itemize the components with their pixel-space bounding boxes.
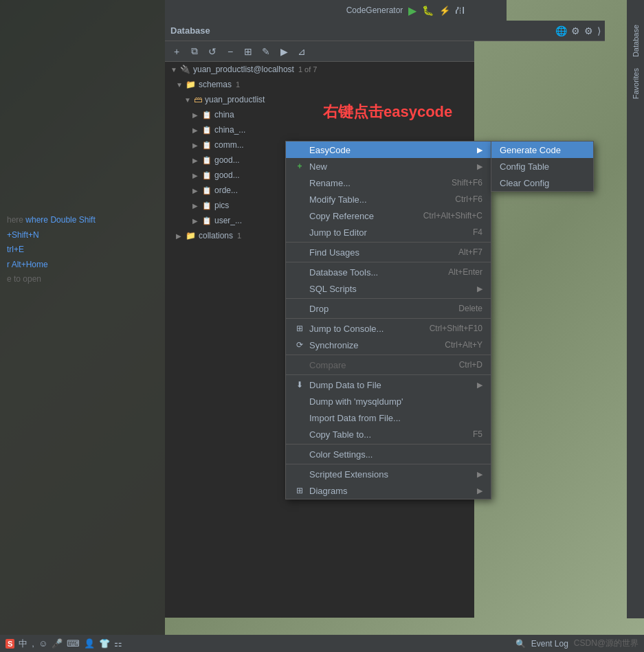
easycode-icon [294, 144, 305, 155]
comma-icon[interactable]: , [32, 638, 34, 649]
console-icon: ⊞ [294, 323, 305, 334]
copy-ref-icon [294, 210, 305, 221]
remove-button[interactable]: − [223, 44, 238, 59]
menu-item-rename[interactable]: Rename... Shift+F6 [286, 175, 491, 191]
db-settings-area: 🌐 ⚙ ⚙ ⟩ [454, 21, 605, 41]
globe-icon[interactable]: 🌐 [555, 25, 567, 36]
separator-4 [286, 318, 491, 319]
config-table-label: Config Table [500, 161, 549, 172]
mysqldump-icon [294, 396, 305, 407]
database-panel-header: Database [165, 21, 474, 41]
separator-8 [286, 464, 491, 464]
clear-config-label: Clear Config [500, 178, 549, 188]
user-icon[interactable]: 👤 [84, 638, 95, 649]
submenu-generate-code[interactable]: Generate Code [491, 142, 593, 158]
debug-button[interactable]: 🐛 [422, 5, 434, 16]
status-right: 🔍 Event Log CSDN@源的世界 [515, 638, 644, 649]
hint-line-3: trl+E [7, 243, 151, 258]
menu-item-easycode[interactable]: EasyCode ▶ [286, 142, 491, 158]
right-panel: Database Favorites [627, 0, 644, 618]
menu-item-compare: Compare Ctrl+D [286, 357, 491, 373]
hint-line-2: +Shift+N [7, 228, 151, 243]
hint-line-1: here where Double Shift [7, 213, 151, 228]
more-settings-icon[interactable]: ⚙ [584, 25, 593, 36]
easycode-submenu: Generate Code Config Table Clear Config [491, 141, 594, 192]
menu-item-db-tools[interactable]: Database Tools... Alt+Enter [286, 264, 491, 280]
sougou-icon: S [5, 639, 14, 649]
menu-item-dump-data[interactable]: ⬇ Dump Data to File ▶ [286, 376, 491, 393]
jump-icon [294, 227, 305, 238]
profile-button[interactable]: ⚡ [439, 5, 450, 16]
hint-line-4: r Alt+Home [7, 258, 151, 273]
new-icon: + [294, 161, 305, 172]
dump-icon: ⬇ [294, 379, 305, 390]
keyboard-icon[interactable]: ⌨ [67, 638, 80, 649]
collapse-icon[interactable]: ⟩ [597, 25, 601, 36]
submenu-config-table[interactable]: Config Table [491, 158, 593, 175]
apps-icon[interactable]: ⚏ [114, 638, 122, 649]
mic-icon[interactable]: 🎤 [52, 638, 63, 649]
sync-icon: ⟳ [294, 339, 305, 350]
search-status-icon: 🔍 [515, 639, 526, 649]
menu-item-jump-editor[interactable]: Jump to Editor F4 [286, 224, 491, 240]
menu-item-scripted-extensions[interactable]: Scripted Extensions ▶ [286, 466, 491, 482]
refresh-button[interactable]: ↺ [205, 44, 220, 59]
menu-item-import-data[interactable]: Import Data from File... [286, 409, 491, 426]
right-tab-favorites[interactable]: Favorites [630, 64, 641, 103]
find-icon [294, 247, 305, 258]
tree-connection[interactable]: ▼ 🔌 yuan_productlist@localhost 1 of 7 [165, 62, 474, 77]
tree-schemas[interactable]: ▼ 📁 schemas 1 [165, 77, 474, 92]
generate-code-label: Generate Code [500, 145, 561, 155]
coverage-button[interactable]: ⛙ [456, 5, 465, 16]
hint-line-5: e to open [7, 272, 151, 287]
tree-table-china2[interactable]: ▶ 📋 china_... [165, 122, 474, 137]
drop-icon [294, 303, 305, 314]
modify-icon [294, 194, 305, 205]
status-left: S 中 , ☺ 🎤 ⌨ 👤 👕 ⚏ [0, 638, 128, 650]
run-config-area: CodeGenerator ▶ 🐛 ⚡ ⛙ [337, 0, 474, 21]
menu-item-color-settings[interactable]: Color Settings... [286, 446, 491, 462]
menu-item-find-usages[interactable]: Find Usages Alt+F7 [286, 244, 491, 260]
copy-table-icon [294, 429, 305, 440]
shirt-icon[interactable]: 👕 [99, 638, 110, 649]
right-tab-database[interactable]: Database [630, 21, 641, 61]
menu-item-copy-table[interactable]: Copy Table to... F5 [286, 426, 491, 442]
menu-item-drop[interactable]: Drop Delete [286, 300, 491, 317]
database-toolbar: + ⧉ ↺ − ⊞ ✎ ▶ ⊿ [165, 41, 474, 62]
rename-icon [294, 177, 305, 188]
settings-icon[interactable]: ⚙ [571, 25, 580, 36]
grid-button[interactable]: ⊞ [241, 44, 256, 59]
separator-5 [286, 355, 491, 355]
annotation-text: 右键点击easycode [323, 102, 452, 122]
scripted-icon [294, 469, 305, 480]
import-icon [294, 412, 305, 423]
context-menu: EasyCode ▶ + New ▶ Rename... Shift+F6 Mo… [285, 141, 491, 499]
menu-item-new[interactable]: + New ▶ [286, 158, 491, 175]
run-button[interactable]: ▶ [408, 4, 417, 17]
copy-button[interactable]: ⧉ [187, 44, 202, 59]
emoji-icon[interactable]: ☺ [38, 638, 47, 649]
add-button[interactable]: + [169, 44, 184, 59]
submenu-clear-config[interactable]: Clear Config [491, 175, 593, 191]
left-panel: here where Double Shift +Shift+N trl+E r… [0, 0, 165, 652]
menu-item-synchronize[interactable]: ⟳ Synchronize Ctrl+Alt+Y [286, 337, 491, 353]
lang-icon[interactable]: 中 [19, 638, 27, 650]
csdn-credit: CSDN@源的世界 [574, 638, 639, 649]
filter-button[interactable]: ⊿ [294, 44, 309, 59]
menu-item-jump-console[interactable]: ⊞ Jump to Console... Ctrl+Shift+F10 [286, 320, 491, 337]
database-title: Database [170, 25, 210, 36]
menu-item-sql-scripts[interactable]: SQL Scripts ▶ [286, 280, 491, 297]
menu-item-dump-mysqldump[interactable]: Dump with 'mysqldump' [286, 393, 491, 409]
edit-button[interactable]: ✎ [258, 44, 274, 59]
menu-item-diagrams[interactable]: ⊞ Diagrams ▶ [286, 482, 491, 499]
menu-item-copy-reference[interactable]: Copy Reference Ctrl+Alt+Shift+C [286, 207, 491, 224]
run-query-button[interactable]: ▶ [276, 44, 291, 59]
event-log-label[interactable]: Event Log [531, 639, 568, 649]
separator-7 [286, 444, 491, 445]
run-config-label: CodeGenerator [346, 5, 403, 15]
menu-item-modify-table[interactable]: Modify Table... Ctrl+F6 [286, 191, 491, 207]
diagrams-icon: ⊞ [294, 485, 305, 496]
separator-2 [286, 262, 491, 262]
compare-icon [294, 359, 305, 370]
color-icon [294, 449, 305, 460]
